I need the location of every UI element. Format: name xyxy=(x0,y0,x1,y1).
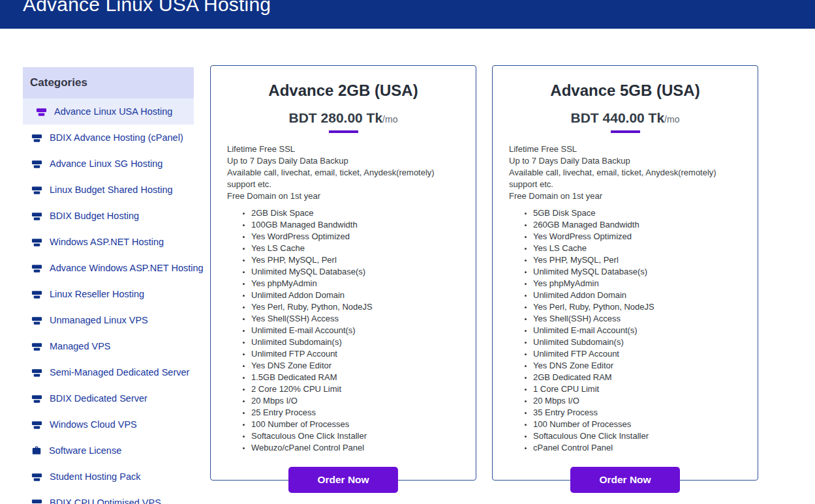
sidebar-item-label: BDIX Dedicated Server xyxy=(50,393,147,404)
plan-feature: Unlimited Subdomain(s) xyxy=(251,336,476,348)
plan-feature: 2GB Dedicated RAM xyxy=(533,372,758,383)
plan-feature: Yes Shell(SSH) Access xyxy=(533,313,758,325)
plan-feature: Yes DNS Zone Editor xyxy=(251,360,476,372)
plan-feature: Yes DNS Zone Editor xyxy=(533,360,758,372)
plan-feature: Softaculous One Click Installer xyxy=(533,430,758,442)
plan-feature: Yes PHP, MySQL, Perl xyxy=(251,254,476,266)
plan-feature: 100 Number of Processes xyxy=(533,419,758,430)
plan-feature: Unlimited Subdomain(s) xyxy=(533,336,758,348)
plan-feature: Unlimited E-mail Account(s) xyxy=(251,325,476,336)
plan-title: Advance 5GB (USA) xyxy=(493,82,758,100)
sidebar-item-bdix-cpu-optimised-vps[interactable]: BDIX CPU Optimised VPS xyxy=(23,490,194,504)
plan-feature: Yes phpMyAdmin xyxy=(533,278,758,289)
plan-feature: Yes Shell(SSH) Access xyxy=(251,313,476,325)
server-icon xyxy=(31,132,42,143)
sidebar-item-managed-vps[interactable]: Managed VPS xyxy=(23,333,194,359)
plan-feature: Yes phpMyAdmin xyxy=(251,278,476,289)
plan-feature: Yes WordPress Optimized xyxy=(251,231,476,243)
sidebar-item-label: Linux Reseller Hosting xyxy=(50,289,144,299)
sidebar-item-advance-linux-usa-hosting[interactable]: Advance Linux USA Hosting xyxy=(23,98,194,125)
plan-feature: 25 Entry Process xyxy=(251,407,476,419)
sidebar-item-label: BDIX Budget Hosting xyxy=(50,211,139,221)
sidebar-item-windows-asp-net-hosting[interactable]: Windows ASP.NET Hosting xyxy=(23,229,194,255)
order-now-button[interactable]: Order Now xyxy=(570,467,680,493)
sidebar-item-student-hosting-pack[interactable]: Student Hosting Pack xyxy=(23,464,194,490)
sidebar-item-label: BDIX CPU Optimised VPS xyxy=(50,497,161,504)
server-icon xyxy=(31,393,42,404)
sidebar-item-advance-windows-asp-net-hosting[interactable]: Advance Windows ASP.NET Hosting xyxy=(23,255,194,281)
categories-sidebar: Categories Advance Linux USA Hosting BDI… xyxy=(23,67,194,504)
plan-description-line: Free Domain on 1st year xyxy=(509,190,742,202)
plan-price: BDT 280.00 Tk/mo xyxy=(211,110,476,126)
sidebar-item-label: Student Hosting Pack xyxy=(50,471,140,482)
server-icon xyxy=(36,106,47,117)
sidebar-item-label: Semi-Managed Dedicated Server xyxy=(50,367,189,378)
price-underline-accent xyxy=(611,130,640,133)
plan-feature: Unlimited MySQL Database(s) xyxy=(251,266,476,278)
plan-feature: 100GB Managed Bandwidth xyxy=(251,219,476,231)
server-icon xyxy=(31,289,42,300)
sidebar-item-label: Unmanaged Linux VPS xyxy=(50,315,148,325)
category-list: Advance Linux USA Hosting BDIX Advance H… xyxy=(23,98,194,504)
server-icon xyxy=(31,158,42,170)
plan-feature: 100 Number of Processes xyxy=(251,419,476,430)
plan-feature: Yes Perl, Ruby, Python, NodeJS xyxy=(533,301,758,313)
order-now-button[interactable]: Order Now xyxy=(288,467,398,493)
sidebar-item-linux-budget-shared-hosting[interactable]: Linux Budget Shared Hosting xyxy=(23,177,194,203)
page-header: Advance Linux USA Hosting xyxy=(0,0,815,29)
page-title: Advance Linux USA Hosting xyxy=(23,0,815,16)
plan-feature: Unlimited FTP Account xyxy=(251,348,476,360)
sidebar-item-semi-managed-dedicated-server[interactable]: Semi-Managed Dedicated Server xyxy=(23,359,194,385)
sidebar-item-software-license[interactable]: Software License xyxy=(23,437,194,464)
server-icon xyxy=(31,263,42,274)
plan-feature: 1.5GB Dedicated RAM xyxy=(251,372,476,383)
plan-description: Lifetime Free SSLUp to 7 Days Daily Data… xyxy=(227,143,460,202)
sidebar-item-label: Windows ASP.NET Hosting xyxy=(50,237,164,247)
sidebar-item-label: Managed VPS xyxy=(50,341,111,351)
server-icon xyxy=(31,237,42,248)
plan-feature: Unlimited Addon Domain xyxy=(533,289,758,301)
plan-feature: Webuzo/cPanel Control Panel xyxy=(251,442,476,454)
server-icon xyxy=(31,211,42,222)
plan-feature: 1 Core CPU Limit xyxy=(533,383,758,395)
plans-area: Advance 2GB (USA) BDT 280.00 Tk/mo Lifet… xyxy=(210,65,758,481)
plan-feature-list: 5GB Disk Space260GB Managed BandwidthYes… xyxy=(493,207,758,454)
plan-description-line: Lifetime Free SSL xyxy=(227,143,460,155)
plan-card: Advance 2GB (USA) BDT 280.00 Tk/mo Lifet… xyxy=(210,65,476,481)
plan-feature: 20 Mbps I/O xyxy=(251,395,476,407)
plan-feature: 5GB Disk Space xyxy=(533,207,758,219)
sidebar-title: Categories xyxy=(23,67,194,98)
plan-description-line: Available call, livechat, email, ticket,… xyxy=(227,167,460,190)
briefcase-icon xyxy=(31,445,42,456)
plan-feature: Yes WordPress Optimized xyxy=(533,231,758,243)
plan-feature: Softaculous One Click Installer xyxy=(251,430,476,442)
sidebar-item-label: Advance Linux USA Hosting xyxy=(54,106,172,117)
plan-feature: Yes Perl, Ruby, Python, NodeJS xyxy=(251,301,476,313)
server-icon xyxy=(31,367,42,378)
content-area: Categories Advance Linux USA Hosting BDI… xyxy=(0,29,815,504)
sidebar-item-bdix-budget-hosting[interactable]: BDIX Budget Hosting xyxy=(23,203,194,229)
sidebar-item-linux-reseller-hosting[interactable]: Linux Reseller Hosting xyxy=(23,281,194,307)
plan-feature: Yes PHP, MySQL, Perl xyxy=(533,254,758,266)
sidebar-item-label: BDIX Advance Hosting (cPanel) xyxy=(50,132,183,143)
plan-price-amount: BDT 440.00 Tk xyxy=(571,110,665,125)
sidebar-item-windows-cloud-vps[interactable]: Windows Cloud VPS xyxy=(23,411,194,437)
plan-price: BDT 440.00 Tk/mo xyxy=(493,110,758,126)
plan-price-period: /mo xyxy=(664,114,679,125)
sidebar-item-bdix-dedicated-server[interactable]: BDIX Dedicated Server xyxy=(23,385,194,411)
sidebar-item-label: Software License xyxy=(49,445,121,456)
plan-title: Advance 2GB (USA) xyxy=(211,82,476,100)
sidebar-item-unmanaged-linux-vps[interactable]: Unmanaged Linux VPS xyxy=(23,307,194,333)
plan-description-line: Available call, livechat, email, ticket,… xyxy=(509,167,742,190)
sidebar-item-bdix-advance-hosting-cpanel[interactable]: BDIX Advance Hosting (cPanel) xyxy=(23,125,194,151)
plan-feature: Yes LS Cache xyxy=(533,243,758,254)
plan-feature: Yes LS Cache xyxy=(251,243,476,254)
plan-price-period: /mo xyxy=(382,114,397,125)
server-icon xyxy=(31,471,42,482)
plan-feature: Unlimited E-mail Account(s) xyxy=(533,325,758,336)
plan-description-line: Free Domain on 1st year xyxy=(227,190,460,202)
plan-card: Advance 5GB (USA) BDT 440.00 Tk/mo Lifet… xyxy=(492,65,758,481)
sidebar-item-advance-linux-sg-hosting[interactable]: Advance Linux SG Hosting xyxy=(23,151,194,177)
sidebar-item-label: Linux Budget Shared Hosting xyxy=(50,185,173,195)
plan-description-line: Up to 7 Days Daily Data Backup xyxy=(509,155,742,167)
